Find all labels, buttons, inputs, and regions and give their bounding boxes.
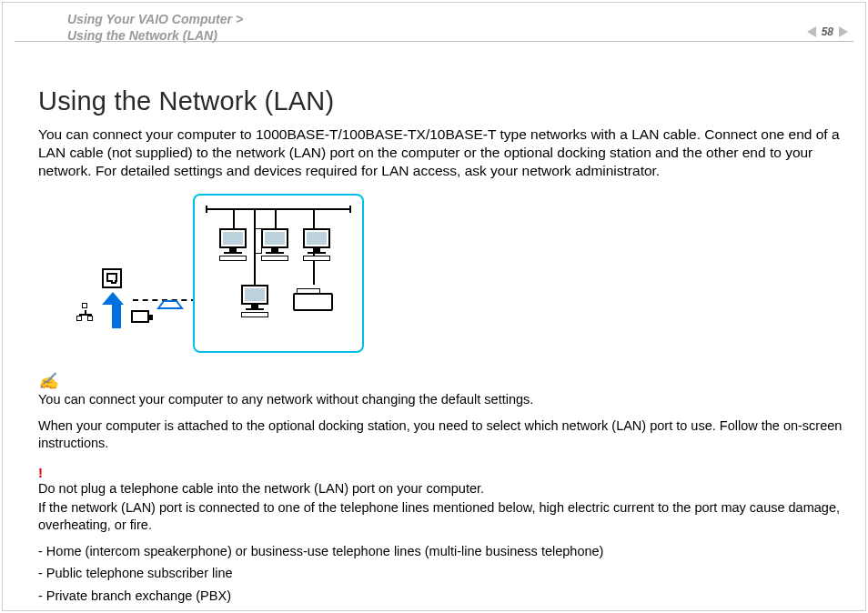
next-page-icon[interactable] [839,26,848,37]
lan-port-icon [102,268,122,288]
lan-plug-icon [131,310,149,323]
document-page: Using Your VAIO Computer > Using the Net… [0,0,868,613]
breadcrumb-section[interactable]: Using Your VAIO Computer [67,12,232,26]
breadcrumb: Using Your VAIO Computer > Using the Net… [67,11,243,44]
list-item: - Home (intercom speakerphone) or busine… [38,543,852,560]
warning-line-1: Do not plug a telephone cable into the n… [38,480,852,497]
list-item: - Private branch exchange (PBX) [38,588,852,605]
computer-icon [255,228,295,268]
svg-marker-0 [158,301,182,308]
intro-paragraph: You can connect your computer to 1000BAS… [38,126,852,179]
docking-station-icon [156,299,184,308]
network-diagram [38,194,852,362]
breadcrumb-separator: > [236,12,243,26]
warning-icon: ! [38,465,852,480]
content-area: Using the Network (LAN) You can connect … [38,86,852,610]
note-text-1: You can connect your computer to any net… [38,391,852,408]
page-title: Using the Network (LAN) [38,86,852,116]
list-item: - Public telephone subscriber line [38,565,852,582]
prev-page-icon[interactable] [807,26,816,37]
lan-symbol-icon [76,303,95,321]
computer-icon [297,228,337,268]
page-nav: 58 [807,25,848,38]
computer-icon [235,285,275,325]
header-divider [15,41,853,42]
lan-network-box [193,194,364,353]
note-text-2: When your computer is attached to the op… [38,417,852,452]
warning-line-2: If the network (LAN) port is connected t… [38,499,852,534]
computer-icon [213,228,253,268]
warning-block: ! Do not plug a telephone cable into the… [38,465,852,605]
note-icon: ✍ [38,371,852,391]
note-block: ✍ You can connect your computer to any n… [38,371,852,452]
page-number: 58 [822,25,833,38]
printer-icon [293,288,335,316]
arrow-up-icon [108,292,124,328]
